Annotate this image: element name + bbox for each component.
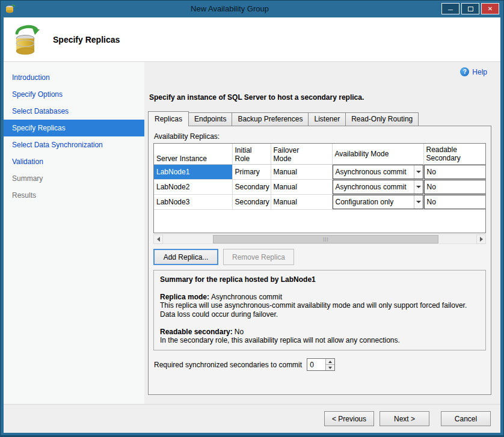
sidebar-item-select-data-synchronization[interactable]: Select Data Synchronization [4, 136, 144, 153]
sidebar-item-specify-options[interactable]: Specify Options [4, 86, 144, 103]
column-header-failover-mode: Failover Mode [271, 144, 332, 164]
readable-secondary-description: In the secondary role, this availability… [160, 336, 479, 345]
column-header-availability-mode: Availability Mode [332, 144, 423, 164]
help-link[interactable]: ? Help [460, 67, 487, 76]
availability-mode-dropdown[interactable]: Asynchronous commit [333, 165, 423, 179]
sidebar-item-introduction[interactable]: Introduction [4, 69, 144, 86]
wizard-footer: < Previous Next > Cancel [4, 404, 500, 433]
window-content: Specify Replicas Introduction Specify Op… [4, 17, 500, 433]
cell-readable-secondary: No [423, 179, 486, 194]
grid-header-row: Server Instance Initial Role Failover Mo… [154, 144, 486, 164]
arrow-down-icon [328, 367, 332, 369]
window-title: New Availability Group [18, 4, 441, 13]
remove-replica-button: Remove Replica [223, 249, 294, 265]
cell-server-instance[interactable]: LabNode1 [154, 164, 232, 179]
chevron-down-icon[interactable] [414, 195, 423, 209]
replicas-grid: Server Instance Initial Role Failover Mo… [153, 143, 486, 233]
chevron-down-icon[interactable] [486, 180, 487, 194]
wizard-body: Introduction Specify Options Select Data… [4, 62, 500, 404]
cell-failover-mode[interactable]: Manual [271, 194, 332, 209]
instruction-text: Specify an instance of SQL Server to hos… [149, 93, 491, 102]
tab-replicas[interactable]: Replicas [148, 111, 189, 126]
sidebar-item-validation[interactable]: Validation [4, 153, 144, 170]
next-button[interactable]: Next > [380, 411, 429, 426]
chevron-down-icon[interactable] [486, 195, 487, 209]
cell-initial-role[interactable]: Secondary [232, 194, 271, 209]
spinner-up-button[interactable] [326, 359, 334, 365]
tab-strip: Replicas Endpoints Backup Preferences Li… [148, 111, 491, 126]
cell-failover-mode[interactable]: Manual [271, 179, 332, 194]
arrow-up-icon [328, 361, 332, 363]
quorum-row: Required synchronized secondaries to com… [154, 358, 486, 371]
replica-buttons-row: Add Replica... Remove Replica [153, 249, 486, 265]
close-icon: ✕ [488, 6, 493, 12]
scrollbar-track[interactable] [163, 234, 476, 244]
tab-listener[interactable]: Listener [308, 112, 346, 126]
readable-secondary-dropdown[interactable]: No [424, 165, 487, 179]
new-availability-group-window: New Availability Group ─ ✕ [0, 0, 504, 437]
readable-secondary-line: Readable secondary:No [160, 328, 479, 337]
table-row: LabNode2 Secondary Manual Asynchronous c… [154, 179, 486, 194]
cell-readable-secondary: No [423, 164, 486, 179]
readable-secondary-dropdown[interactable]: No [424, 195, 487, 209]
cancel-button[interactable]: Cancel [441, 411, 491, 426]
quorum-input[interactable] [307, 359, 325, 370]
column-header-initial-role: Initial Role [232, 144, 271, 164]
replica-summary-box: Summary for the replica hosted by LabNod… [153, 270, 486, 350]
cell-server-instance[interactable]: LabNode3 [154, 194, 232, 209]
close-button[interactable]: ✕ [481, 3, 499, 14]
availability-mode-dropdown[interactable]: Configuration only [333, 195, 423, 209]
cell-failover-mode[interactable]: Manual [271, 164, 332, 179]
cell-availability-mode: Configuration only [332, 194, 423, 209]
tab-endpoints[interactable]: Endpoints [188, 112, 232, 126]
sidebar-item-specify-replicas[interactable]: Specify Replicas [4, 120, 144, 136]
tab-read-only-routing[interactable]: Read-Only Routing [345, 112, 419, 126]
spinner-down-button[interactable] [326, 365, 334, 370]
tab-backup-preferences[interactable]: Backup Preferences [232, 112, 309, 126]
availability-mode-dropdown[interactable]: Asynchronous commit [333, 180, 423, 194]
scroll-left-button[interactable] [153, 234, 163, 244]
cell-initial-role[interactable]: Primary [232, 164, 271, 179]
replica-mode-line: Replica mode:Asynchronous commit [160, 293, 479, 302]
sidebar-item-select-databases[interactable]: Select Databases [4, 103, 144, 120]
summary-title: Summary for the replica hosted by LabNod… [160, 275, 479, 284]
replica-mode-label: Replica mode: [160, 293, 209, 301]
maximize-button[interactable] [461, 3, 479, 14]
help-icon: ? [460, 67, 469, 76]
scrollbar-thumb[interactable] [213, 235, 438, 243]
help-label: Help [472, 68, 487, 76]
chevron-down-icon[interactable] [414, 165, 423, 179]
cell-readable-secondary: No [423, 194, 486, 209]
replicas-database-icon [12, 23, 41, 56]
spinner-buttons [325, 359, 334, 370]
table-row: LabNode1 Primary Manual Asynchronous com… [154, 164, 486, 179]
sidebar-item-results: Results [4, 187, 144, 204]
quorum-spinner [307, 358, 335, 371]
arrow-right-icon [480, 237, 483, 242]
main-content: ? Help Specify an instance of SQL Server… [144, 62, 500, 404]
wizard-header: Specify Replicas [4, 17, 500, 62]
replicas-tab-panel: Availability Replicas: Server Instance I… [148, 126, 491, 395]
horizontal-scrollbar[interactable] [153, 234, 486, 244]
quorum-label: Required synchronized secondaries to com… [154, 361, 302, 369]
chevron-down-icon[interactable] [414, 180, 423, 194]
minimize-button[interactable]: ─ [441, 3, 459, 14]
readable-secondary-label: Readable secondary: [160, 328, 233, 336]
table-row: LabNode3 Secondary Manual Configuration … [154, 194, 486, 209]
cell-initial-role[interactable]: Secondary [232, 179, 271, 194]
column-header-readable-secondary: Readable Secondary [423, 144, 486, 164]
readable-secondary-value: No [235, 328, 244, 336]
wizard-steps-sidebar: Introduction Specify Options Select Data… [4, 62, 144, 404]
replica-mode-description: This replica will use asynchronous-commi… [160, 301, 479, 319]
availability-replicas-label: Availability Replicas: [154, 132, 486, 141]
replica-mode-value: Asynchronous commit [211, 293, 282, 301]
maximize-icon [468, 7, 473, 11]
scroll-right-button[interactable] [476, 234, 486, 244]
cell-server-instance[interactable]: LabNode2 [154, 179, 232, 194]
column-header-server-instance: Server Instance [154, 144, 232, 164]
chevron-down-icon[interactable] [486, 165, 487, 179]
minimize-icon: ─ [448, 7, 453, 13]
add-replica-button[interactable]: Add Replica... [153, 249, 218, 265]
readable-secondary-dropdown[interactable]: No [424, 180, 487, 194]
previous-button[interactable]: < Previous [324, 411, 374, 426]
